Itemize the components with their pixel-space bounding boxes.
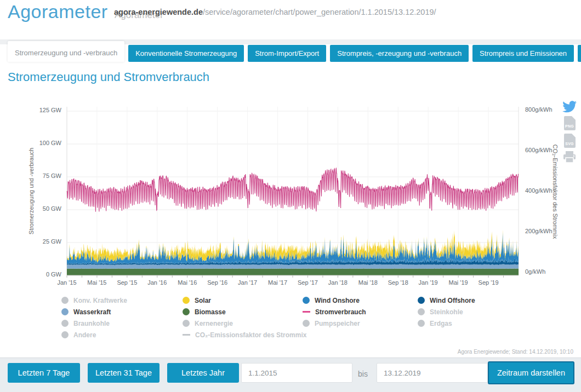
legend-item-co-emissionsfaktor-des-strommix[interactable]: CO₂-Emissionsfaktor des Strommix [183,329,306,341]
legend-dot-marker [418,297,425,304]
legend-item-steinkohle[interactable]: Steinkohle [418,306,475,318]
legend-dot-marker [303,320,310,327]
legend-dot-marker [418,320,425,327]
x-tick: Mai '19 [441,279,475,286]
y-right-tick: 400g/kWh [525,187,569,194]
app-logo[interactable]: Agorameter [8,1,108,22]
y-left-tick: 25 GW [22,238,61,245]
legend-item-wind-offshore[interactable]: Wind Offshore [418,295,475,306]
legend-label: Biomasse [195,308,226,316]
chart-plot[interactable] [67,107,519,275]
x-tick: Jan '16 [140,279,174,286]
legend-label: Andere [73,331,96,339]
legend-item-stromverbrauch[interactable]: Stromverbrauch [303,306,366,318]
breadcrumb-url: agora-energiewende.de/service/agorameter… [114,8,436,16]
png-badge-label: PNG [565,124,574,128]
tab-3[interactable]: Strom-Import/Export [248,45,326,62]
date-range-toolbar: Letzten 7 TageLetzten 31 TageLetztes Jah… [0,358,581,392]
x-tick: Sep '15 [110,279,144,286]
legend-label: Erdgas [430,320,452,327]
legend-label: Steinkohle [430,308,463,316]
data-source-note: Agora Energiewende; Stand: 14.12.2019, 1… [458,349,573,355]
legend-dot-marker [61,308,69,315]
y-left-tick: 125 GW [22,107,61,113]
tab-4[interactable]: Strompreis, -erzeugung und -verbrauch [330,45,469,62]
y-left-tick: 0 GW [22,271,61,278]
legend-item-solar[interactable]: Solar [183,295,306,306]
range-button-3[interactable]: Letztes Jahr [167,363,239,383]
x-tick: Sep '18 [381,279,415,286]
legend-item-wasserkraft[interactable]: Wasserkraft [61,306,127,318]
legend-label: Konv. Kraftwerke [73,297,127,304]
legend-item-kernenergie[interactable]: Kernenergie [183,318,306,329]
legend-item-biomasse[interactable]: Biomasse [183,306,306,318]
x-tick: Jan '15 [50,279,84,286]
date-to-input[interactable] [377,363,488,383]
print-icon[interactable] [563,151,576,163]
tab-6[interactable]: Auf einen Blick [578,45,581,62]
legend-label: Wind Onshore [315,297,360,304]
date-from-input[interactable] [241,363,352,383]
tab-2[interactable]: Konventionelle Stromerzeugung [128,45,244,62]
range-button-2[interactable]: Letzten 31 Tage [88,363,160,383]
x-tick: Jan '18 [321,279,355,286]
legend-label: Kernenergie [195,320,233,327]
legend-label: Stromverbrauch [315,308,366,316]
legend-item-andere[interactable]: Andere [61,329,127,341]
agorameter-app: Agorameter Agorameter agora-energiewende… [0,0,581,392]
legend-dot-marker [183,308,190,315]
legend-label: Braunkohle [73,320,110,327]
legend-label: Pumpspeicher [315,320,360,327]
y-axis-left-title: Stromerzeugung und -verbrauch [28,148,35,234]
legend-dot-marker [418,308,425,315]
x-tick: Sep '17 [290,279,324,286]
x-tick: Jan '17 [231,279,265,286]
legend-line-marker [303,311,310,313]
legend-dot-marker [61,331,69,338]
chart-legend: Konv. KraftwerkeWasserkraftBraunkohleAnd… [0,295,581,345]
tab-5[interactable]: Strompreis und Emissionen [472,45,574,62]
y-left-tick: 100 GW [22,140,61,146]
x-tick: Mai '15 [80,279,114,286]
legend-dot-marker [303,297,310,304]
page-title: Stromerzeugung und Stromverbrauch [8,70,209,84]
range-button-1[interactable]: Letzten 7 Tage [8,363,80,383]
legend-dot-marker [61,320,69,327]
url-path: /service/agorameter/chart/power_generati… [203,8,436,16]
download-png-icon[interactable]: PNG [564,116,576,130]
x-tick: Sep '19 [471,279,505,286]
twitter-share-icon[interactable] [562,101,577,113]
export-toolbar: PNG SVG [561,101,578,163]
legend-item-erdgas[interactable]: Erdgas [418,318,475,329]
legend-column: Wind OffshoreSteinkohleErdgas [418,295,475,329]
legend-label: Solar [195,297,211,304]
legend-item-konv-kraftwerke[interactable]: Konv. Kraftwerke [61,295,127,306]
legend-column: SolarBiomasseKernenergieCO₂-Emissionsfak… [183,295,306,341]
legend-label: Wasserkraft [73,308,111,316]
url-domain: agora-energiewende.de [114,8,203,16]
bis-label: bis [358,370,368,378]
legend-item-braunkohle[interactable]: Braunkohle [61,318,127,329]
y-axis-right-title: CO₂-Emissionsfaktor des Strommix [552,145,559,239]
series-line-stromverbrauch [67,169,519,212]
legend-column: Wind OnshoreStromverbrauchPumpspeicher [303,295,366,329]
legend-dot-marker [183,297,190,304]
series-area-wasserkraft [67,264,519,269]
legend-label: CO₂-Emissionsfaktor des Strommix [195,331,306,339]
submit-range-button[interactable]: Zeitraum darstellen [488,361,574,384]
x-tick: Sep '16 [201,279,235,286]
x-tick: Mai '18 [351,279,385,286]
legend-label: Wind Offshore [430,297,475,304]
legend-dot-marker [183,320,190,327]
legend-line-marker [183,334,190,336]
tab-1[interactable]: Stromerzeugung und -verbrauch [8,41,124,62]
y-right-tick: 200g/kWh [525,228,569,234]
legend-item-wind-onshore[interactable]: Wind Onshore [303,295,366,306]
download-svg-icon[interactable]: SVG [564,134,576,148]
series-area-biomasse [67,268,519,275]
svg-badge-label: SVG [565,142,573,146]
y-right-tick: 0g/kWh [525,268,569,275]
legend-column: Konv. KraftwerkeWasserkraftBraunkohleAnd… [61,295,127,341]
legend-item-pumpspeicher[interactable]: Pumpspeicher [303,318,366,329]
x-tick: Mai '17 [261,279,295,286]
